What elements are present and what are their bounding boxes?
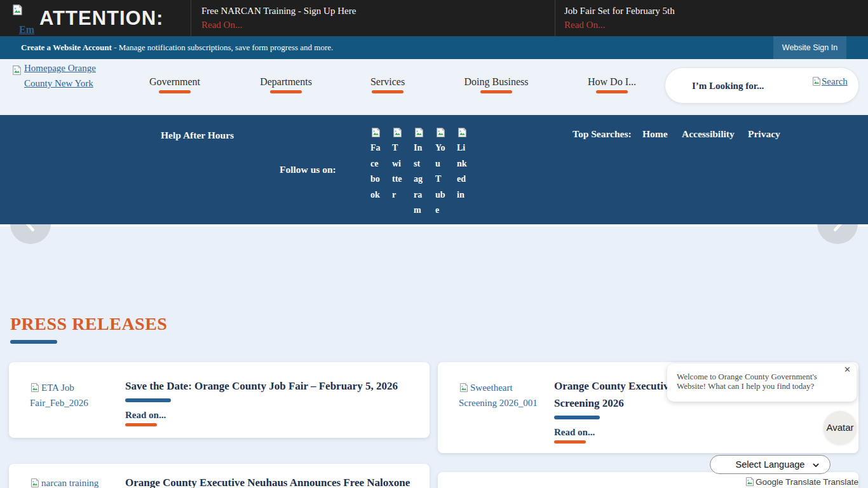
google-translate-broken-image-icon — [745, 477, 755, 487]
site-search: Search — [665, 67, 859, 104]
nav-underline — [270, 90, 302, 93]
social-link-facebook[interactable]: Fa ce bo ok — [370, 127, 391, 203]
homepage-logo-link[interactable]: Homepage Orange County New York — [24, 60, 113, 91]
social-link-instagram[interactable]: In st ag ra m — [414, 127, 434, 219]
read-on-link[interactable]: Read on... — [125, 410, 398, 421]
chat-message: Welcome to Orange County Government's We… — [677, 372, 850, 391]
press-release-title-link[interactable]: Orange County Executive Neuhaus Announce… — [125, 474, 410, 488]
alert-image-alt-text[interactable]: Em — [19, 24, 34, 36]
twitter-broken-image-icon — [392, 127, 403, 138]
press-release-image-link[interactable]: Sweetheart Screening 2026_001 — [459, 380, 539, 410]
attention-label: ATTENTION: — [39, 0, 163, 36]
search-input[interactable] — [691, 77, 801, 95]
chat-welcome-popup: ✕ Welcome to Orange County Government's … — [667, 363, 857, 402]
page: Em ATTENTION: Free NARCAN Training - Sig… — [0, 0, 868, 488]
search-button[interactable]: Search — [811, 76, 848, 87]
divider — [191, 0, 191, 36]
read-on-link[interactable]: Read on... — [554, 427, 674, 438]
hero-quicklinks-band: Help After Hours Follow us on: Fa ce bo … — [0, 115, 868, 224]
read-on-underline — [554, 440, 586, 444]
nav-item-doing-business[interactable]: Doing Business — [465, 76, 529, 88]
broken-image-icon — [459, 383, 469, 393]
nav-item-services[interactable]: Services — [370, 76, 405, 88]
alert-read-on-link[interactable]: Read On... — [564, 20, 605, 30]
logo-broken-image-icon — [11, 65, 22, 76]
image-alt-text: Sweetheart Screening 2026_001 — [459, 383, 538, 408]
press-release-title-link[interactable]: Orange County Executive Screening 2026 — [554, 377, 674, 412]
broken-image-icon — [30, 383, 40, 393]
instagram-broken-image-icon — [414, 127, 424, 138]
image-alt-text: narcan training — [41, 478, 98, 488]
alert-read-on-link[interactable]: Read On... — [201, 20, 242, 30]
press-release-title-link[interactable]: Save the Date: Orange County Job Fair – … — [125, 377, 398, 395]
search-button-label: Search — [822, 76, 848, 86]
google-translate-attribution[interactable]: Google Translate Translate — [745, 477, 858, 487]
heading-underline — [10, 340, 57, 344]
press-release-card: ETA Job Fair_Feb_2026 Save the Date: Ora… — [9, 362, 430, 438]
attention-bar: Em ATTENTION: Free NARCAN Training - Sig… — [0, 0, 868, 36]
nav-underline — [372, 90, 403, 93]
social-link-youtube[interactable]: Yo u T ub e — [435, 127, 456, 219]
chevron-down-icon — [811, 460, 821, 470]
nav-item-departments[interactable]: Departments — [260, 76, 312, 88]
alert-broken-image-icon[interactable] — [11, 4, 24, 16]
alert-item-title: Free NARCAN Training - Sign Up Here — [201, 6, 356, 17]
main-navbar: Homepage Orange County New York Governme… — [0, 59, 868, 115]
follow-us-label: Follow us on: — [280, 164, 336, 175]
google-translate-alt-text: Google Translate — [756, 477, 821, 487]
language-select-value: Select Language — [736, 459, 805, 470]
facebook-broken-image-icon — [370, 127, 381, 138]
press-release-card: narcan training Orange County Executive … — [9, 464, 430, 488]
nav-underline — [480, 90, 512, 93]
read-on-underline — [125, 423, 157, 426]
youtube-broken-image-icon — [435, 127, 446, 138]
search-broken-image-icon — [811, 76, 822, 86]
press-releases-heading: PRESS RELEASES — [10, 314, 167, 334]
social-link-twitter[interactable]: T wi tte r — [392, 127, 412, 203]
social-link-linkedin[interactable]: Li nk ed in — [457, 127, 477, 203]
nav-item-government[interactable]: Government — [149, 76, 200, 88]
account-bar: Create a Website Account - Manage notifi… — [0, 36, 868, 59]
translate-label: Translate — [821, 477, 858, 487]
top-search-privacy-link[interactable]: Privacy — [748, 128, 780, 140]
chat-avatar-button[interactable]: Avatar — [824, 411, 857, 444]
alert-item-title: Job Fair Set for February 5th — [564, 6, 675, 17]
website-sign-in-button[interactable]: Website Sign In — [773, 36, 846, 59]
broken-image-icon — [30, 478, 40, 488]
title-underline — [125, 398, 171, 402]
nav-underline — [159, 90, 191, 93]
linkedin-broken-image-icon — [457, 127, 468, 138]
top-search-accessibility-link[interactable]: Accessibility — [682, 128, 735, 140]
language-select[interactable]: Select Language — [710, 455, 831, 474]
press-release-image-link[interactable]: ETA Job Fair_Feb_2026 — [30, 380, 110, 410]
divider — [555, 0, 555, 36]
help-after-hours-link[interactable]: Help After Hours — [161, 130, 234, 141]
nav-item-how-do-i[interactable]: How Do I... — [588, 76, 636, 88]
create-account-link[interactable]: Create a Website Account — [21, 43, 112, 52]
nav-underline — [596, 90, 628, 93]
top-search-home-link[interactable]: Home — [642, 128, 668, 140]
account-bar-text: Create a Website Account - Manage notifi… — [21, 36, 333, 59]
top-searches-label: Top Searches: — [573, 128, 632, 140]
title-underline — [554, 416, 600, 419]
press-release-image-link[interactable]: narcan training — [30, 475, 110, 488]
